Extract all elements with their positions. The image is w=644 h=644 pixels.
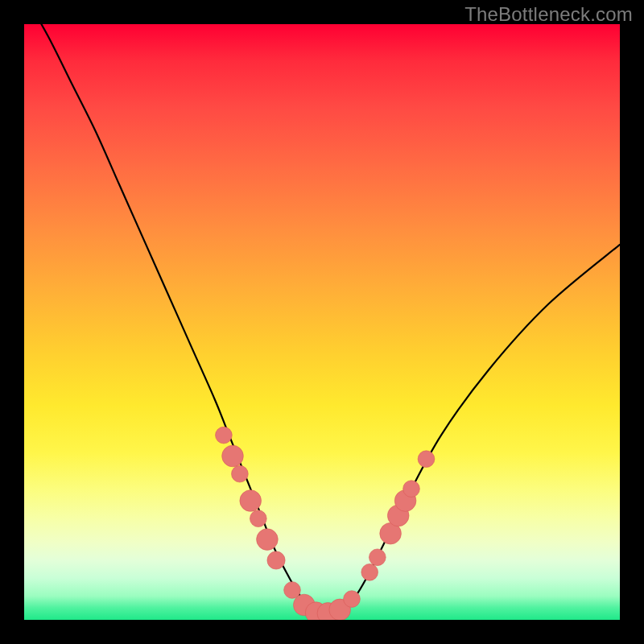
curve-marker bbox=[257, 529, 279, 551]
curve-marker bbox=[240, 490, 262, 512]
curve-marker bbox=[216, 427, 233, 444]
curve-markers bbox=[216, 427, 435, 620]
watermark-text: TheBottleneck.com bbox=[464, 3, 633, 26]
curve-marker bbox=[403, 481, 420, 497]
curve-marker bbox=[232, 465, 249, 482]
chart-frame: TheBottleneck.com bbox=[0, 0, 644, 644]
chart-svg bbox=[24, 24, 620, 620]
curve-marker bbox=[344, 591, 361, 608]
curve-marker bbox=[222, 445, 244, 467]
curve-marker bbox=[369, 549, 386, 566]
curve-marker bbox=[250, 510, 266, 527]
curve-marker bbox=[361, 564, 378, 580]
curve-marker bbox=[418, 451, 435, 468]
plot-area bbox=[24, 24, 620, 620]
bottleneck-curve bbox=[24, 24, 620, 615]
curve-marker bbox=[267, 551, 285, 569]
